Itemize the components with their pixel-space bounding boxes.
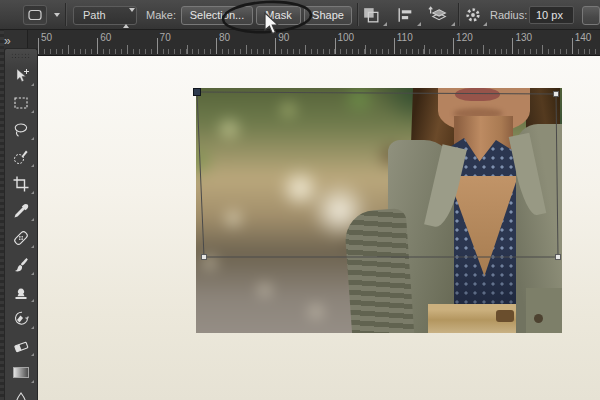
tools-panel <box>4 48 38 400</box>
ruler-major-tick <box>157 38 158 54</box>
crop-tool[interactable] <box>5 170 37 197</box>
path-mode-select[interactable]: Path <box>73 6 137 25</box>
ruler-major-tick <box>97 38 98 54</box>
select-updown-icon <box>123 10 131 27</box>
ruler-major-tick <box>572 38 573 54</box>
radius-label: Radius: <box>490 9 527 21</box>
ruler-tick-label: 110 <box>397 32 413 43</box>
separator <box>357 3 359 26</box>
ruler-tick-label: 60 <box>100 32 111 43</box>
overlapping-squares-icon <box>361 5 381 25</box>
photo-woman-jacket-right-lower <box>526 288 562 333</box>
separator <box>458 3 460 26</box>
ruler-tick-label: 130 <box>515 32 532 43</box>
flyout-arrow-icon <box>31 272 34 275</box>
flyout-arrow-icon <box>31 326 34 329</box>
photo-woman-jacket-button <box>534 314 543 323</box>
rounded-rectangle-tool-icon <box>24 6 46 24</box>
blur-tool[interactable] <box>5 386 37 400</box>
ruler-tick-label: 50 <box>41 32 52 43</box>
ruler-tick-label: 120 <box>456 32 473 43</box>
flyout-arrow-icon <box>31 191 34 194</box>
photo-woman-belt-buckle <box>496 310 514 322</box>
flyout-arrow-icon <box>383 22 387 26</box>
flyout-arrow-icon <box>417 22 421 26</box>
radius-input[interactable]: 10 px <box>529 6 574 24</box>
lasso-tool[interactable] <box>5 116 37 143</box>
path-anchor-selected[interactable] <box>194 89 201 96</box>
clone-stamp-tool[interactable] <box>5 278 37 305</box>
pen-path-overlay[interactable] <box>190 85 570 265</box>
horizontal-ruler[interactable]: 5060708090100110120130140 » <box>0 30 600 56</box>
ruler-tick-label: 80 <box>219 32 230 43</box>
flyout-arrow-icon <box>483 22 487 26</box>
clone-stamp-tool-icon <box>12 283 30 301</box>
brush-tool-icon <box>12 256 30 274</box>
marquee-tool-icon <box>12 94 30 112</box>
separator <box>65 3 67 26</box>
flyout-arrow-icon <box>31 353 34 356</box>
ruler-major-tick <box>38 38 39 54</box>
blur-tool-icon <box>12 391 30 400</box>
move-tool[interactable] <box>5 62 37 89</box>
preset-dropdown-arrow[interactable] <box>54 13 60 17</box>
make-mask-button[interactable]: Mask <box>256 6 301 25</box>
lasso-tool-icon <box>12 121 30 139</box>
move-tool-icon <box>12 67 30 85</box>
ruler-tick-label: 90 <box>278 32 289 43</box>
gradient-tool[interactable] <box>5 359 37 386</box>
ruler-major-tick <box>512 38 513 54</box>
panel-grip-handle[interactable] <box>11 53 31 59</box>
eraser-tool-icon <box>12 337 30 355</box>
eraser-tool[interactable] <box>5 332 37 359</box>
ruler-major-tick <box>453 38 454 54</box>
ruler-major-tick <box>275 38 276 54</box>
make-label: Make: <box>146 9 176 21</box>
path-anchor[interactable] <box>202 255 207 260</box>
flyout-arrow-icon <box>31 83 34 86</box>
crop-tool-icon <box>12 175 30 193</box>
align-bars-icon <box>395 5 415 25</box>
ruler-tick-label: 70 <box>160 32 171 43</box>
flyout-arrow-icon <box>31 380 34 383</box>
gear-icon <box>463 5 483 25</box>
history-brush-tool[interactable] <box>5 305 37 332</box>
flyout-arrow-icon <box>31 164 34 167</box>
flyout-arrow-icon <box>31 245 34 248</box>
gradient-tool-icon <box>13 367 29 378</box>
path-operations-button[interactable] <box>361 5 387 26</box>
ruler-major-tick <box>335 38 336 54</box>
ruler-tick-label: 100 <box>338 32 355 43</box>
eyedropper-tool[interactable] <box>5 197 37 224</box>
pen-path-outline[interactable] <box>197 92 558 257</box>
ruler-major-tick <box>394 38 395 54</box>
ruler-tick-label: 140 <box>575 32 592 43</box>
eyedropper-tool-icon <box>12 202 30 220</box>
stacked-layers-icon <box>427 5 449 25</box>
make-shape-button[interactable]: Shape <box>304 6 352 25</box>
history-brush-tool-icon <box>12 310 30 328</box>
path-anchor[interactable] <box>554 92 559 97</box>
path-alignment-button[interactable] <box>395 5 421 26</box>
path-mode-value: Path <box>83 7 106 24</box>
options-bar: Path Make: Selection... Mask Shape <box>0 0 600 30</box>
tool-preset-picker[interactable] <box>23 5 47 25</box>
flyout-arrow-icon <box>31 110 34 113</box>
flyout-arrow-icon <box>31 137 34 140</box>
quick-selection-tool-icon <box>12 148 30 166</box>
spot-healing-brush-tool[interactable] <box>5 224 37 251</box>
path-anchor[interactable] <box>556 255 561 260</box>
rectangular-marquee-tool[interactable] <box>5 89 37 116</box>
path-arrangement-button[interactable] <box>427 5 455 26</box>
quick-selection-tool[interactable] <box>5 143 37 170</box>
brush-tool[interactable] <box>5 251 37 278</box>
clipped-right-button[interactable] <box>582 6 600 25</box>
ruler-major-tick <box>216 38 217 54</box>
ruler-ticks: 5060708090100110120130140 <box>0 30 600 55</box>
geometry-options-button[interactable] <box>463 5 487 26</box>
flyout-arrow-icon <box>31 299 34 302</box>
healing-brush-tool-icon <box>12 229 30 247</box>
flyout-arrow-icon <box>451 22 455 26</box>
make-selection-button[interactable]: Selection... <box>181 6 253 25</box>
flyout-arrow-icon <box>31 218 34 221</box>
